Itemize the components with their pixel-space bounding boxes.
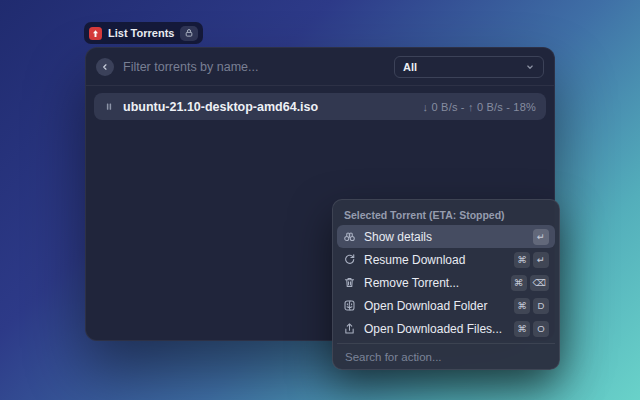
- action-resume-download[interactable]: Resume Download ⌘ ↵: [337, 248, 555, 271]
- action-show-details[interactable]: Show details ↵: [337, 225, 555, 248]
- key-cmd: ⌘: [514, 298, 530, 314]
- back-button[interactable]: [96, 58, 114, 76]
- action-search-input[interactable]: [337, 344, 555, 369]
- transmission-icon: [89, 27, 102, 40]
- action-label: Show details: [364, 230, 432, 244]
- action-open-downloaded-files[interactable]: Open Downloaded Files... ⌘ O: [337, 317, 555, 340]
- upload-icon: [343, 322, 356, 335]
- key-delete: ⌫: [530, 275, 549, 291]
- actions-panel: Selected Torrent (ETA: Stopped) Show det…: [332, 199, 560, 370]
- actions-section-title: Selected Torrent (ETA: Stopped): [337, 204, 555, 225]
- key-o: O: [533, 321, 549, 337]
- torrent-title: ubuntu-21.10-desktop-amd64.iso: [123, 100, 318, 114]
- action-open-download-folder[interactable]: Open Download Folder ⌘ D: [337, 294, 555, 317]
- action-label: Open Downloaded Files...: [364, 322, 502, 336]
- key-cmd: ⌘: [514, 321, 530, 337]
- command-chip[interactable]: List Torrents: [84, 22, 203, 44]
- trash-icon: [343, 276, 356, 289]
- filter-dropdown[interactable]: All: [394, 56, 544, 78]
- action-remove-torrent[interactable]: Remove Torrent... ⌘ ⌫: [337, 271, 555, 294]
- filter-dropdown-value: All: [403, 61, 417, 73]
- pause-icon: [104, 101, 114, 112]
- key-cmd: ⌘: [514, 252, 530, 268]
- torrent-list-item[interactable]: ubuntu-21.10-desktop-amd64.iso ↓ 0 B/s -…: [94, 93, 546, 120]
- finder-icon: [343, 299, 356, 312]
- torrent-transfer-stats: ↓ 0 B/s - ↑ 0 B/s - 18%: [423, 101, 536, 113]
- refresh-icon: [343, 253, 356, 266]
- filter-input[interactable]: [123, 60, 385, 74]
- key-return: ↵: [533, 229, 549, 245]
- lock-icon: [180, 26, 198, 41]
- action-label: Remove Torrent...: [364, 276, 459, 290]
- command-chip-label: List Torrents: [108, 27, 174, 39]
- binoculars-icon: [343, 230, 356, 243]
- desktop: List Torrents All ubuntu-2: [0, 0, 640, 400]
- key-cmd: ⌘: [511, 275, 527, 291]
- search-bar: All: [86, 48, 554, 85]
- key-d: D: [533, 298, 549, 314]
- key-return: ↵: [533, 252, 549, 268]
- chevron-left-icon: [100, 62, 110, 72]
- chevron-down-icon: [525, 62, 535, 72]
- divider: [86, 85, 554, 86]
- action-label: Resume Download: [364, 253, 465, 267]
- action-label: Open Download Folder: [364, 299, 487, 313]
